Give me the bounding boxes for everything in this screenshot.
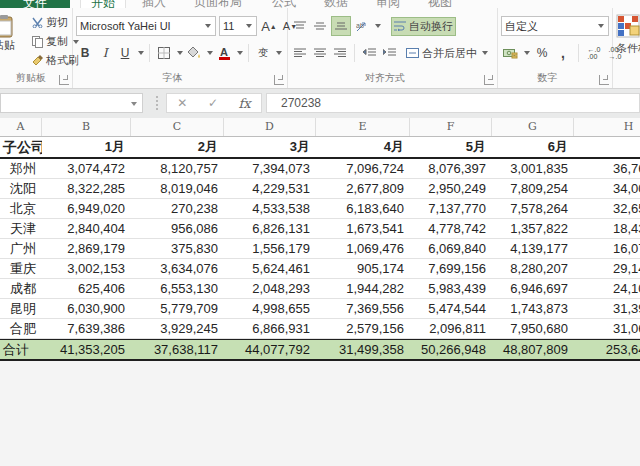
tab-数据[interactable]: 数据: [314, 0, 358, 8]
cell-D6[interactable]: 1,556,179: [224, 239, 316, 258]
number-dialog-launcher[interactable]: [599, 75, 609, 85]
cell-C7[interactable]: 3,634,076: [131, 259, 224, 278]
clipboard-dialog-launcher[interactable]: [59, 75, 69, 85]
accounting-format-dropdown[interactable]: [524, 51, 530, 55]
cell-D8[interactable]: 2,048,293: [224, 279, 316, 298]
cell-A8[interactable]: 成都: [0, 279, 42, 298]
cell-A5[interactable]: 天津: [0, 219, 42, 238]
cell-F3[interactable]: 2,950,249: [410, 179, 492, 198]
cell-B5[interactable]: 2,840,404: [42, 219, 131, 238]
formula-bar-splitter[interactable]: [156, 96, 158, 110]
cell-E8[interactable]: 1,944,282: [316, 279, 410, 298]
cell-D7[interactable]: 5,624,461: [224, 259, 316, 278]
paste-button[interactable]: 粘贴: [0, 14, 24, 53]
cell-E9[interactable]: 7,369,556: [316, 299, 410, 318]
align-center-button[interactable]: [311, 44, 329, 62]
cell-F6[interactable]: 6,069,840: [410, 239, 492, 258]
font-name-combo[interactable]: Microsoft YaHei UI: [76, 16, 216, 36]
cell-H1[interactable]: 合计: [574, 137, 640, 157]
cell-A2[interactable]: 郑州: [0, 159, 42, 178]
cell-F11[interactable]: 50,266,948: [410, 340, 492, 359]
cell-D10[interactable]: 6,866,931: [224, 319, 316, 338]
underline-button[interactable]: U: [116, 44, 134, 62]
cell-F2[interactable]: 8,076,397: [410, 159, 492, 178]
column-header-H[interactable]: H: [574, 118, 640, 136]
cell-G10[interactable]: 7,950,680: [492, 319, 574, 338]
cell-G2[interactable]: 3,001,835: [492, 159, 574, 178]
cell-E4[interactable]: 6,183,640: [316, 199, 410, 218]
cell-D11[interactable]: 44,077,792: [224, 340, 316, 359]
orientation-button[interactable]: ab: [353, 17, 371, 35]
cell-A7[interactable]: 重庆: [0, 259, 42, 278]
cell-C10[interactable]: 3,929,245: [131, 319, 224, 338]
cell-H8[interactable]: 24,101,247: [574, 279, 640, 298]
cell-F7[interactable]: 7,699,156: [410, 259, 492, 278]
increase-decimal-button[interactable]: ←.0 .00: [585, 44, 603, 62]
column-header-F[interactable]: F: [410, 118, 492, 136]
cell-C4[interactable]: 270,238: [131, 199, 224, 218]
tab-file[interactable]: 文件: [0, 0, 70, 8]
cell-B3[interactable]: 8,322,285: [42, 179, 131, 198]
cell-G4[interactable]: 7,578,264: [492, 199, 574, 218]
cell-B2[interactable]: 3,074,472: [42, 159, 131, 178]
cell-H11[interactable]: 253,643,229: [574, 340, 640, 359]
phonetic-guide-button[interactable]: 变: [254, 44, 272, 62]
cell-E3[interactable]: 2,677,809: [316, 179, 410, 198]
conditional-formatting-button[interactable]: 条件格式: [616, 14, 640, 56]
align-middle-button[interactable]: [311, 17, 329, 35]
cell-G7[interactable]: 8,280,207: [492, 259, 574, 278]
cell-G11[interactable]: 48,807,809: [492, 340, 574, 359]
cell-H5[interactable]: 18,432,726: [574, 219, 640, 238]
cell-H2[interactable]: 36,764,258: [574, 159, 640, 178]
cell-G1[interactable]: 6月: [492, 137, 574, 157]
column-header-G[interactable]: G: [492, 118, 574, 136]
tab-审阅[interactable]: 审阅: [366, 0, 410, 8]
cell-D3[interactable]: 4,229,531: [224, 179, 316, 198]
cell-C2[interactable]: 8,120,757: [131, 159, 224, 178]
cell-E6[interactable]: 1,069,476: [316, 239, 410, 258]
cell-F4[interactable]: 7,137,770: [410, 199, 492, 218]
cell-D5[interactable]: 6,826,131: [224, 219, 316, 238]
cell-B9[interactable]: 6,030,900: [42, 299, 131, 318]
cell-E11[interactable]: 31,499,358: [316, 340, 410, 359]
tab-公式[interactable]: 公式: [262, 0, 306, 8]
alignment-dialog-launcher[interactable]: [484, 75, 494, 85]
column-header-B[interactable]: B: [42, 118, 131, 136]
percent-style-button[interactable]: %: [533, 44, 551, 62]
cell-D9[interactable]: 4,998,655: [224, 299, 316, 318]
font-size-combo[interactable]: 11: [219, 16, 257, 36]
cell-A4[interactable]: 北京: [0, 199, 42, 218]
comma-style-button[interactable]: ,: [554, 44, 572, 62]
cell-C9[interactable]: 5,779,709: [131, 299, 224, 318]
cell-B1[interactable]: 1月: [42, 137, 131, 157]
merge-center-dropdown[interactable]: [482, 51, 488, 55]
cell-G6[interactable]: 4,139,177: [492, 239, 574, 258]
italic-button[interactable]: I: [96, 44, 114, 62]
cell-H10[interactable]: 31,062,209: [574, 319, 640, 338]
decrease-indent-button[interactable]: [360, 44, 378, 62]
formula-input[interactable]: 270238: [266, 93, 640, 113]
name-box-dropdown[interactable]: [131, 102, 137, 106]
cell-E1[interactable]: 4月: [316, 137, 410, 157]
cell-A9[interactable]: 昆明: [0, 299, 42, 318]
cancel-button[interactable]: ✕: [177, 96, 187, 110]
tab-开始[interactable]: 开始: [80, 0, 126, 8]
phonetic-dropdown[interactable]: [276, 51, 282, 55]
cell-H9[interactable]: 31,397,237: [574, 299, 640, 318]
font-color-button[interactable]: A: [215, 44, 233, 62]
cell-E2[interactable]: 7,096,724: [316, 159, 410, 178]
align-left-button[interactable]: [291, 44, 309, 62]
cell-H7[interactable]: 29,145,227: [574, 259, 640, 278]
bold-button[interactable]: B: [76, 44, 94, 62]
cell-H3[interactable]: 34,008,174: [574, 179, 640, 198]
increase-indent-button[interactable]: [380, 44, 398, 62]
cell-C6[interactable]: 375,830: [131, 239, 224, 258]
align-right-button[interactable]: [331, 44, 349, 62]
cell-H6[interactable]: 16,079,681: [574, 239, 640, 258]
merge-center-button[interactable]: 合并后居中: [404, 45, 490, 62]
increase-font-icon[interactable]: A▲: [260, 17, 278, 35]
cell-F9[interactable]: 5,474,544: [410, 299, 492, 318]
cell-E5[interactable]: 1,673,541: [316, 219, 410, 238]
cell-F10[interactable]: 2,096,811: [410, 319, 492, 338]
orientation-dropdown[interactable]: [375, 24, 381, 28]
